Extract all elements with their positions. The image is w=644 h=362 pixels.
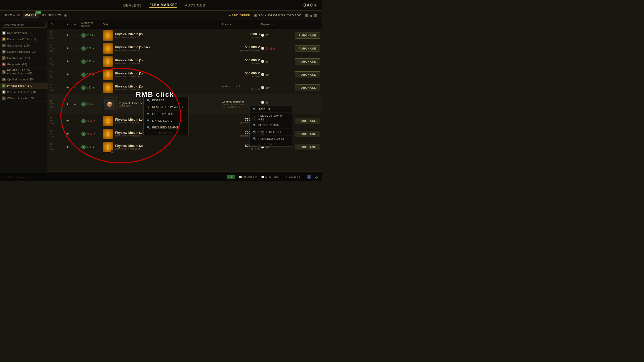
view-grid-icon[interactable]: ⊞	[305, 13, 308, 17]
row-star[interactable]: ★	[66, 86, 72, 89]
row-star[interactable]: ★	[66, 33, 72, 37]
remove-wlist-icon: ✦	[147, 105, 150, 109]
row-exchange[interactable]: ↔	[74, 34, 80, 37]
purchase-button[interactable]: PURCHASE	[295, 58, 320, 65]
row-rating: M 0.1 ▲	[81, 102, 101, 107]
version-text: © 1.0 2021 Beta version	[4, 176, 28, 178]
purchase-button[interactable]: PURCHASE	[295, 144, 320, 150]
context-required-search[interactable]: 🔍 REQUIRED SEARCH	[144, 124, 188, 131]
view-list-icon[interactable]: ☰	[309, 13, 313, 17]
col-merchant[interactable]: Merchant (rating)	[81, 21, 101, 27]
messenger-button[interactable]: 💬 MESSENGER	[261, 176, 281, 178]
row-star[interactable]: ★	[66, 145, 72, 149]
row-id: 18707820	[50, 83, 65, 92]
nav-auctions[interactable]: AUCTIONS	[185, 3, 205, 7]
row-star[interactable]: ★	[66, 102, 72, 106]
table-row: 18707820 ★ ↔ M 1.93 ▲ ₿ Physical bitcoin…	[48, 81, 322, 94]
sidebar-item-ophthalmoscope[interactable]: 🔮 Ophthalmoscope (25)	[0, 76, 48, 83]
add-offer-button[interactable]: + ADD OFFER	[229, 14, 250, 17]
row-exchange[interactable]: ↔	[74, 119, 80, 123]
sidebar-item-documents[interactable]: 📄 Documents case (16)	[0, 30, 48, 36]
browse-button[interactable]: BROWSE	[5, 14, 20, 17]
price-unit: per item	[222, 36, 260, 38]
settings-icon[interactable]: ⚙	[64, 13, 67, 17]
sidebar-item-gold-chain[interactable]: 💎 Golden neck chain (92)	[0, 49, 48, 55]
context-filter-item[interactable]: 🔍 FILTER BY ITEM	[144, 111, 188, 117]
purchase-button[interactable]: PURCHASE	[295, 45, 320, 52]
offer-icon: ₿	[103, 116, 113, 126]
my-offers-button[interactable]: MY OFFERS	[42, 14, 61, 17]
row-exchange[interactable]: ↔	[74, 132, 80, 136]
back-button[interactable]: BACK	[303, 3, 317, 8]
row-expires: 🕐 19h	[261, 86, 294, 89]
sidebar-item-gunpowder[interactable]: 💊 Gunpowder (97)	[0, 61, 48, 68]
key-icon: 🔑	[2, 37, 6, 41]
inspect-icon: 🔍	[253, 107, 256, 111]
cigarette-icon: 🚬	[2, 97, 6, 100]
context-inspect[interactable]: 🔍 INSPECT	[144, 97, 188, 104]
context-linked-search[interactable]: 🔍 LINKED SEARCH	[144, 117, 188, 124]
rating-arrow: ▼	[93, 119, 96, 122]
search-input[interactable]	[2, 22, 46, 28]
watchlist-button[interactable]: ⚠ WATCHLIST	[285, 176, 303, 178]
col-expires[interactable]: Expires in	[261, 23, 294, 26]
right-context-linked-search[interactable]: 🔍 LINKED SEARCH	[250, 129, 292, 135]
row-expires: 🕐 19h	[261, 73, 294, 76]
offer-details: Physical bitcoin (2) Barter Items > Valu…	[115, 32, 143, 38]
health-badge: > 99	[227, 175, 235, 179]
sidebar-item-label: Dorm room 110 Key (5)	[7, 38, 36, 41]
row-exchange[interactable]: ↔	[74, 73, 80, 76]
right-context-remove-wlist[interactable]: ✦ REMOVE FROM W-LIST	[250, 113, 292, 122]
wlist-button[interactable]: W-LIST 2/3	[23, 13, 39, 18]
sub-nav-left: BROWSE W-LIST 2/3 MY OFFERS ⚙	[5, 13, 67, 18]
row-exchange[interactable]: ↔	[74, 86, 80, 89]
right-context-inspect[interactable]: 🔍 INSPECT	[250, 106, 292, 113]
gas-icon: ⚙	[2, 44, 6, 47]
sidebar-item-graphics-card[interactable]: 🖥 Graphics card (93)	[0, 55, 48, 61]
handbook-button[interactable]: 📖 HANDBOOK	[239, 176, 257, 178]
purchase-button[interactable]: PURCHASE	[295, 32, 320, 39]
row-star[interactable]: ★	[66, 60, 72, 63]
row-exchange[interactable]: ↔	[74, 145, 80, 149]
row-exchange[interactable]: ↔	[74, 47, 80, 50]
context-remove-wlist[interactable]: ✦ REMOVE FROM W-LIST	[144, 104, 188, 111]
offer-name: Physical bitcoin (1)	[115, 59, 143, 62]
row-exchange[interactable]: ↔	[74, 103, 80, 106]
col-id[interactable]: ID	[50, 23, 65, 26]
offer-details: Physical bitcoin (1) Barter Items > Valu…	[115, 72, 143, 78]
sidebar-item-physical-bitcoin[interactable]: ₿ Physical bitcoin (172)	[0, 83, 48, 89]
offer-details: Physical bitcoin (1) Barter Items > Valu…	[115, 59, 143, 65]
sidebar-item-flash-drive[interactable]: 💾 Secure Flash drive (60)	[0, 89, 48, 95]
purchase-button[interactable]: PURCHASE	[295, 84, 320, 91]
purchase-button[interactable]: PURCHASE	[295, 131, 320, 137]
table-row: 18573790 ★ ↔ M 0.38 ▲ ₿ Physical bitcoin…	[48, 42, 322, 55]
col-price[interactable]: Price ▲	[222, 23, 260, 26]
row-star[interactable]: ★	[66, 132, 72, 136]
physical-barter-label: Physical Barter Item	[119, 102, 145, 105]
row-id: 18663640	[50, 57, 65, 66]
sidebar-item-hk-mp7[interactable]: 🔧 HK MP7A1 4.6x30 submachinegun (49)	[0, 68, 48, 76]
col-star[interactable]: ★	[66, 23, 72, 26]
purchase-button[interactable]: PURCHASE	[295, 118, 320, 124]
sidebar-item-gas-analyzer[interactable]: ⚙ Gas analyzer (186)	[0, 42, 48, 49]
view-compact-icon[interactable]: ⊟	[314, 13, 317, 17]
row-exchange[interactable]: ↔	[74, 60, 80, 63]
right-context-filter-item[interactable]: 🔍 FILTER BY ITEM	[250, 122, 292, 129]
row-star[interactable]: ★	[66, 47, 72, 50]
col-exchange[interactable]: ↔	[74, 23, 80, 26]
purchase-button[interactable]: PURCHASE	[295, 71, 320, 78]
nav-flea-market[interactable]: FLEA MARKET	[149, 3, 177, 8]
rating-value: 0.38	[87, 47, 91, 50]
main-layout: 📄 Documents case (16) 🔑 Dorm room 110 Ke…	[0, 20, 322, 181]
right-context-required-search[interactable]: 🔍 REQUIRED SEARCH	[250, 135, 292, 142]
clock-icon: 🕐	[261, 60, 264, 63]
nav-dealers[interactable]: DEALERS	[123, 3, 142, 7]
sidebar-item-cigarettes[interactable]: 🚬 Wilston cigarettes (38)	[0, 95, 48, 102]
barter-icons: ↔ 🖥	[222, 85, 227, 88]
merchant-icon: M	[81, 85, 86, 90]
row-star[interactable]: ★	[66, 73, 72, 76]
row-offer: ₿ Physical bitcoin (1) Barter Items > Va…	[103, 82, 221, 93]
sidebar-item-dorm-key[interactable]: 🔑 Dorm room 110 Key (5)	[0, 36, 48, 42]
row-star[interactable]: ★	[66, 119, 72, 123]
settings-bottom-icon[interactable]: ⚙	[315, 175, 318, 179]
